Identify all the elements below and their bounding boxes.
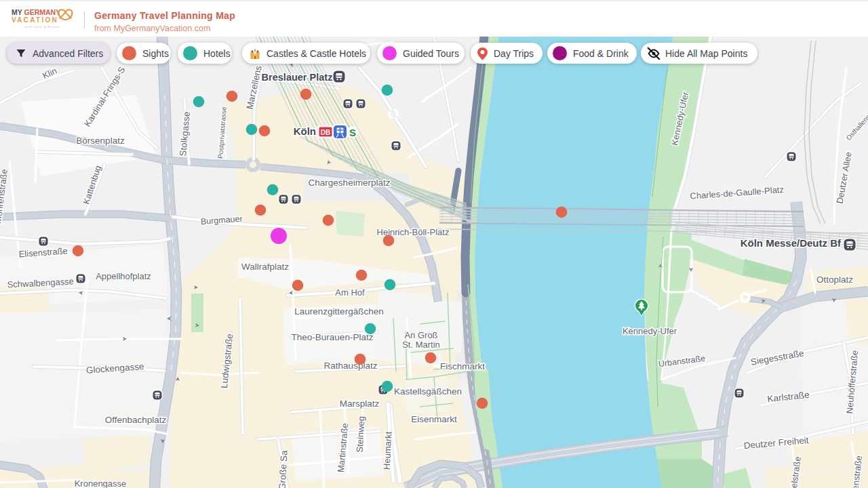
- svg-text:Kronengasse: Kronengasse: [75, 479, 127, 488]
- svg-text:Rathausplatz: Rathausplatz: [324, 361, 378, 371]
- svg-text:Breslauer Platz: Breslauer Platz: [262, 72, 333, 83]
- svg-text:Köln: Köln: [294, 125, 316, 137]
- svg-text:Steinweg: Steinweg: [355, 416, 367, 453]
- svg-text:Wallrafplatz: Wallrafplatz: [241, 262, 289, 272]
- svg-text:Laurenzgittergäßchen: Laurenzgittergäßchen: [294, 306, 383, 317]
- svg-text:Köln Messe/Deutz Bf: Köln Messe/Deutz Bf: [741, 237, 842, 249]
- svg-text:DB: DB: [321, 129, 330, 136]
- svg-text:An Groß: An Groß: [404, 330, 437, 340]
- svg-text:Offenbachplatz: Offenbachplatz: [105, 415, 167, 425]
- svg-text:Heumarkt: Heumarkt: [382, 431, 394, 470]
- svg-text:Chargesheimerplatz: Chargesheimerplatz: [309, 178, 391, 188]
- svg-text:Kastellsgäßchen: Kastellsgäßchen: [394, 386, 462, 396]
- svg-text:Appellhofplatz: Appellhofplatz: [96, 271, 151, 281]
- svg-text:Am Hof: Am Hof: [335, 287, 365, 298]
- svg-text:Fischmarkt: Fischmarkt: [440, 361, 485, 371]
- svg-text:Theo-Burauen-Platz: Theo-Burauen-Platz: [292, 332, 374, 342]
- svg-text:St. Martin: St. Martin: [402, 340, 440, 350]
- svg-text:Börsenplatz: Börsenplatz: [76, 136, 125, 146]
- svg-text:Marsplatz: Marsplatz: [340, 399, 380, 409]
- svg-text:Ottoplatz: Ottoplatz: [816, 274, 853, 285]
- svg-text:Kennedy-Ufer: Kennedy-Ufer: [623, 326, 677, 336]
- svg-text:S: S: [349, 127, 356, 138]
- svg-text:Große Sa: Große Sa: [277, 450, 289, 488]
- svg-text:Eisenmarkt: Eisenmarkt: [411, 414, 457, 424]
